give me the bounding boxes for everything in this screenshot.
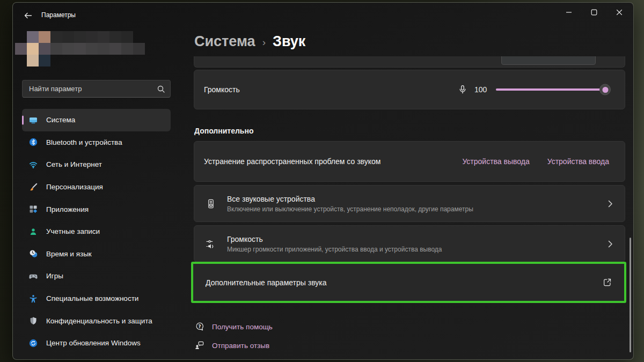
mosaic-cell: [50, 43, 62, 55]
volume-slider-thumb[interactable]: [599, 84, 611, 95]
chevron-right-icon: [608, 200, 613, 208]
system-icon: [29, 116, 38, 124]
mosaic-cell: [39, 31, 50, 43]
mosaic-cell: [109, 43, 121, 55]
volume-value: 100: [474, 85, 488, 94]
input-devices-link[interactable]: Устройства ввода: [547, 157, 609, 166]
back-button[interactable]: [20, 9, 36, 22]
row-texts: Громкость Микшер громкости приложений, у…: [227, 235, 608, 253]
sidebar-item-network[interactable]: Сеть и Интернет: [22, 153, 171, 176]
search-input[interactable]: [23, 80, 158, 97]
sidebar-item-time-language[interactable]: Время и язык: [22, 243, 171, 265]
get-help-link[interactable]: ? Получить помощь: [195, 320, 273, 333]
highlight-box: Дополнительные параметры звука: [191, 262, 626, 303]
sidebar-item-label: Конфиденциальность и защита: [46, 317, 152, 325]
page-title: Звук: [273, 33, 305, 50]
mosaic-cell: [74, 43, 86, 55]
sidebar-nav: Система Bluetooth и устройства Сеть и Ин…: [22, 109, 171, 354]
footer-links: ? Получить помощь Отправить отзыв: [195, 320, 273, 358]
row-subtitle: Включение или выключение устройств, устр…: [227, 205, 608, 213]
wifi-icon: [29, 160, 38, 169]
person-icon: [29, 227, 38, 236]
sidebar-item-privacy[interactable]: Конфиденциальность и защита: [22, 309, 171, 332]
help-icon: ?: [195, 322, 204, 331]
partial-card: [194, 56, 625, 68]
breadcrumb-parent[interactable]: Система: [194, 33, 255, 50]
mosaic-cell: [98, 43, 109, 55]
sidebar-item-label: Приложения: [46, 205, 89, 213]
settings-window: Параметры: [12, 2, 634, 360]
speaker-device-icon: [206, 199, 216, 209]
scrollbar-thumb[interactable]: [630, 238, 631, 352]
microphone-icon: [458, 85, 467, 94]
sidebar-item-label: Bluetooth и устройства: [46, 138, 122, 146]
mosaic-cell: [74, 31, 86, 43]
sidebar-item-label: Специальные возможности: [46, 294, 138, 302]
mosaic-cell: [62, 31, 74, 43]
volume-controls: 100: [458, 85, 610, 94]
volume-row: Громкость 100: [194, 70, 625, 109]
external-link-icon: [603, 278, 612, 287]
sidebar-item-label: Сеть и Интернет: [46, 160, 102, 168]
sidebar-item-windows-update[interactable]: Центр обновления Windows: [22, 332, 171, 354]
selected-indicator: [22, 115, 24, 124]
search-icon[interactable]: [157, 85, 165, 93]
advanced-sound-settings-row[interactable]: Дополнительные параметры звука: [193, 264, 624, 301]
sidebar-item-accessibility[interactable]: Специальные возможности: [22, 287, 171, 310]
section-header: Дополнительно: [194, 127, 253, 135]
sidebar-item-accounts[interactable]: Учетные записи: [22, 220, 171, 243]
sidebar-item-label: Центр обновления Windows: [46, 339, 141, 347]
row-subtitle: Микшер громкости приложений, устройства …: [227, 246, 608, 253]
chevron-right-icon: [608, 240, 613, 248]
mosaic-cell: [98, 31, 109, 43]
refresh-icon: [29, 339, 38, 348]
mosaic-cell: [27, 43, 39, 55]
gamepad-icon: [29, 272, 38, 280]
sidebar-item-label: Игры: [46, 272, 63, 280]
output-devices-link[interactable]: Устройства вывода: [462, 157, 529, 166]
mosaic-cell: [39, 55, 50, 67]
mosaic-cell: [121, 31, 133, 43]
send-feedback-label: Отправить отзыв: [212, 342, 269, 350]
sidebar-item-system[interactable]: Система: [22, 109, 171, 131]
mosaic-cell: [27, 55, 39, 67]
send-feedback-link[interactable]: Отправить отзыв: [195, 339, 273, 352]
volume-label: Громкость: [204, 85, 458, 94]
troubleshoot-row: Устранение распространенных проблем со з…: [194, 141, 625, 182]
desktop-background: Параметры: [0, 0, 644, 362]
shield-icon: [29, 316, 38, 325]
mosaic-cell: [27, 31, 39, 43]
mosaic-cell: [86, 31, 98, 43]
advanced-sound-settings-label: Дополнительные параметры звука: [206, 278, 603, 287]
paintbrush-icon: [29, 183, 38, 191]
mosaic-cell: [86, 43, 98, 55]
sidebar-item-label: Время и язык: [46, 250, 92, 258]
mosaic-cell: [39, 43, 50, 55]
svg-text:?: ?: [199, 324, 201, 329]
bluetooth-icon: [29, 138, 38, 146]
sidebar-item-apps[interactable]: Приложения: [22, 198, 171, 220]
accessibility-person-icon: [29, 294, 38, 303]
sidebar-item-games[interactable]: Игры: [22, 265, 171, 287]
troubleshoot-label: Устранение распространенных проблем со з…: [204, 157, 462, 166]
volume-mixer-row[interactable]: Громкость Микшер громкости приложений, у…: [194, 225, 625, 262]
sidebar-item-label: Система: [46, 116, 75, 124]
mosaic-cell: [15, 43, 27, 55]
volume-slider[interactable]: [496, 88, 605, 91]
back-arrow-icon: [24, 11, 32, 20]
mosaic-cell: [121, 43, 133, 55]
breadcrumb: Система › Звук: [194, 33, 305, 50]
sidebar-item-label: Учетные записи: [46, 227, 100, 235]
get-help-label: Получить помощь: [212, 323, 273, 331]
all-sound-devices-row[interactable]: Все звуковые устройства Включение или вы…: [194, 185, 625, 222]
mosaic-cell: [133, 43, 145, 55]
volume-slider-fill: [496, 88, 605, 91]
clock-globe-icon: [29, 249, 38, 258]
feedback-icon: [195, 341, 204, 350]
troubleshoot-links: Устройства вывода Устройства ввода: [462, 157, 609, 166]
sidebar-item-personalization[interactable]: Персонализация: [22, 176, 171, 198]
sidebar-item-bluetooth[interactable]: Bluetooth и устройства: [22, 131, 171, 154]
apps-icon: [29, 205, 38, 213]
partial-dropdown[interactable]: [501, 56, 596, 65]
row-title: Все звуковые устройства: [227, 195, 608, 203]
